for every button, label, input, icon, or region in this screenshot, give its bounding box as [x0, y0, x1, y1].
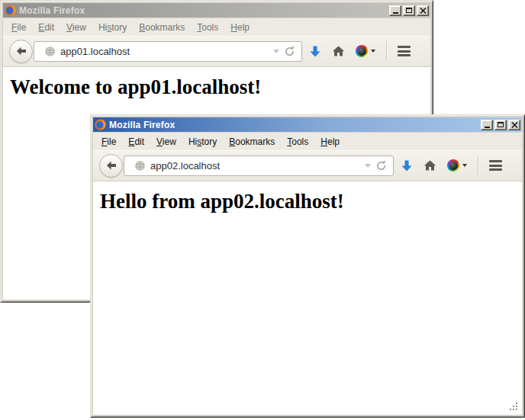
- extension-colorwheel-button[interactable]: [356, 45, 375, 57]
- firefox-window-app02[interactable]: Mozilla Firefox File Edit View History B…: [90, 114, 525, 418]
- close-button[interactable]: [508, 120, 520, 130]
- menu-tools[interactable]: Tools: [281, 134, 314, 149]
- minimize-button[interactable]: [389, 5, 401, 16]
- extension-colorwheel-icon: [356, 45, 368, 57]
- toolbar-icons: [309, 41, 411, 61]
- menu-history[interactable]: History: [92, 20, 133, 35]
- close-icon: [511, 122, 518, 128]
- minimize-button[interactable]: [481, 120, 493, 130]
- menu-view[interactable]: View: [150, 134, 182, 149]
- titlebar[interactable]: Mozilla Firefox: [3, 3, 430, 18]
- menu-bar: File Edit View History Bookmarks Tools H…: [93, 132, 522, 150]
- urlbar-dropdown-icon[interactable]: [273, 50, 279, 53]
- home-icon[interactable]: [332, 45, 345, 57]
- extension-colorwheel-button[interactable]: [447, 159, 467, 172]
- close-icon: [420, 8, 427, 14]
- download-icon[interactable]: [401, 159, 413, 172]
- window-controls: [481, 120, 520, 130]
- firefox-logo-icon: [5, 5, 16, 16]
- titlebar[interactable]: Mozilla Firefox: [93, 117, 522, 132]
- page-heading: Welcome to app01.localhost!: [10, 75, 430, 99]
- url-bar[interactable]: app02.localhost: [124, 155, 394, 176]
- hamburger-menu-icon[interactable]: [398, 46, 411, 56]
- back-arrow-icon: [15, 45, 27, 57]
- urlbar-dropdown-icon[interactable]: [365, 164, 371, 168]
- reload-icon[interactable]: [284, 46, 295, 57]
- maximize-icon: [498, 122, 504, 127]
- menu-file[interactable]: File: [5, 20, 32, 35]
- url-bar[interactable]: app01.localhost: [34, 41, 302, 62]
- toolbar-separator: [386, 41, 387, 61]
- extension-colorwheel-icon: [447, 159, 459, 172]
- home-icon[interactable]: [424, 159, 436, 172]
- site-identity-globe-icon[interactable]: [44, 46, 56, 57]
- minimize-icon: [485, 127, 490, 128]
- back-arrow-icon: [105, 159, 118, 172]
- download-icon[interactable]: [309, 45, 321, 58]
- menu-edit[interactable]: Edit: [32, 20, 60, 35]
- close-button[interactable]: [417, 5, 429, 16]
- menu-bookmarks[interactable]: Bookmarks: [223, 134, 281, 149]
- page-heading: Hello from app02.localhost!: [100, 190, 522, 213]
- toolbar-icons: [401, 155, 502, 175]
- resize-grip-icon[interactable]: [509, 402, 519, 412]
- reload-icon[interactable]: [375, 160, 387, 172]
- menu-tools[interactable]: Tools: [191, 20, 224, 35]
- menu-help[interactable]: Help: [314, 134, 346, 149]
- menu-help[interactable]: Help: [224, 20, 256, 35]
- maximize-icon: [406, 8, 412, 13]
- menu-history[interactable]: History: [182, 134, 223, 149]
- toolbar-separator: [478, 155, 478, 175]
- chevron-down-icon: [371, 50, 375, 53]
- page-content: Hello from app02.localhost!: [93, 181, 522, 415]
- hamburger-menu-icon[interactable]: [489, 160, 502, 171]
- site-identity-globe-icon[interactable]: [134, 160, 146, 172]
- navigation-toolbar: app02.localhost: [93, 150, 522, 181]
- minimize-icon: [393, 12, 398, 14]
- back-button[interactable]: [9, 40, 33, 63]
- firefox-logo-icon: [95, 119, 106, 130]
- url-text[interactable]: app02.localhost: [150, 160, 360, 172]
- window-controls: [389, 5, 429, 16]
- maximize-button[interactable]: [403, 5, 415, 16]
- maximize-button[interactable]: [494, 120, 507, 130]
- menu-edit[interactable]: Edit: [122, 134, 150, 149]
- menu-bookmarks[interactable]: Bookmarks: [133, 20, 191, 35]
- back-button[interactable]: [99, 154, 123, 178]
- navigation-toolbar: app01.localhost: [3, 36, 430, 67]
- url-text[interactable]: app01.localhost: [60, 46, 269, 57]
- menu-view[interactable]: View: [60, 20, 92, 35]
- menu-file[interactable]: File: [95, 134, 122, 149]
- window-title: Mozilla Firefox: [109, 120, 478, 130]
- window-title: Mozilla Firefox: [19, 5, 386, 16]
- menu-bar: File Edit View History Bookmarks Tools H…: [3, 18, 430, 36]
- chevron-down-icon: [462, 164, 467, 167]
